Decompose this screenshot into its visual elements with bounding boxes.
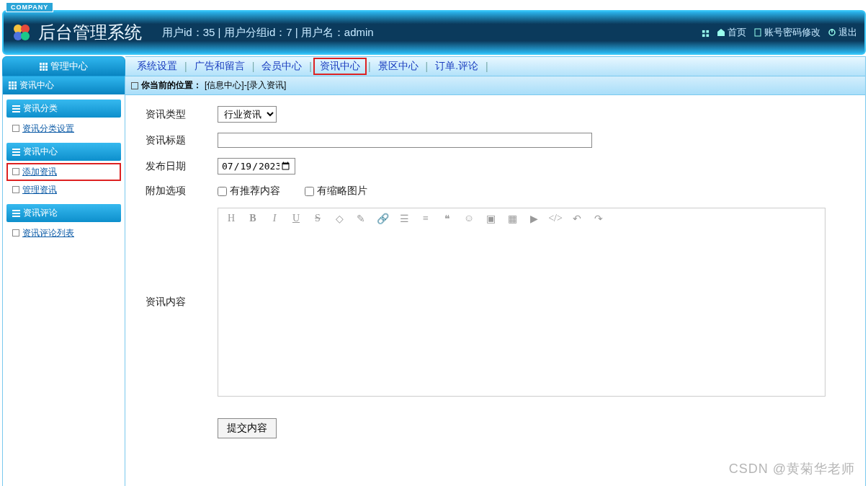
redo-icon[interactable]: ↷	[593, 213, 604, 224]
emoji-icon[interactable]: ☺	[463, 213, 475, 224]
date-input[interactable]	[218, 158, 295, 174]
quote-icon[interactable]: ❝	[442, 213, 453, 224]
align-icon[interactable]: ≡	[420, 213, 431, 224]
list-icon[interactable]: ☰	[398, 213, 410, 224]
svg-rect-8	[755, 29, 761, 36]
topnav-item-5[interactable]: 订单.评论	[429, 58, 484, 74]
list-icon	[12, 105, 20, 112]
underline-icon[interactable]: U	[290, 213, 302, 224]
doc-icon	[753, 28, 762, 37]
brush-icon[interactable]: ✎	[355, 213, 367, 224]
video-icon[interactable]: ▶	[528, 213, 540, 224]
sidebar-item-1-1[interactable]: 管理资讯	[6, 181, 121, 199]
topnav-item-4[interactable]: 景区中心	[372, 58, 424, 74]
content: 你当前的位置：[信息中心]-[录入资讯] 资讯类型 行业资讯 资讯标题 发布日期…	[125, 76, 866, 486]
sidebar-item-1-0[interactable]: 添加资讯	[6, 163, 121, 181]
svg-rect-7	[706, 34, 709, 37]
strike-icon[interactable]: S	[312, 213, 323, 224]
title-label: 资讯标题	[140, 128, 212, 153]
submit-button[interactable]: 提交内容	[218, 418, 277, 438]
extra-label: 附加选项	[140, 180, 212, 203]
home-icon	[717, 28, 725, 37]
sidebar-section-head: 资讯评论	[6, 204, 121, 222]
topnav-item-3[interactable]: 资讯中心	[313, 58, 367, 75]
home-link[interactable]: 首页	[717, 26, 746, 39]
content-label: 资讯内容	[140, 203, 212, 402]
logout-link[interactable]: 退出	[828, 26, 857, 39]
svg-point-3	[21, 32, 30, 40]
separator: |	[309, 61, 312, 72]
title-input[interactable]	[218, 133, 592, 148]
undo-icon[interactable]: ↶	[571, 213, 583, 224]
header: 后台管理系统 用户id：35 | 用户分组id：7 | 用户名：admin 首页…	[2, 10, 866, 55]
heading-icon[interactable]: H	[225, 213, 237, 224]
separator: |	[426, 61, 429, 72]
form-table: 资讯类型 行业资讯 资讯标题 发布日期 附加选项 有推荐内容 有缩略图片	[140, 101, 851, 443]
separator: |	[486, 61, 488, 72]
topnav-item-1[interactable]: 广告和留言	[189, 58, 251, 74]
list-icon	[12, 210, 20, 217]
topbar-left: 管理中心	[2, 56, 125, 76]
page-icon	[131, 82, 138, 89]
sidebar-item-2-0[interactable]: 资讯评论列表	[6, 224, 121, 242]
sidebar-item-0-0[interactable]: 资讯分类设置	[6, 120, 121, 138]
power-icon	[828, 28, 836, 37]
sidebar: 资讯中心 资讯分类资讯分类设置资讯中心添加资讯管理资讯资讯评论资讯评论列表	[2, 76, 125, 486]
grid-icon	[9, 81, 17, 89]
svg-rect-4	[702, 30, 705, 32]
date-label: 发布日期	[140, 153, 212, 180]
topnav-item-0[interactable]: 系统设置	[131, 58, 183, 74]
svg-rect-6	[702, 34, 705, 37]
type-select[interactable]: 行业资讯	[218, 106, 277, 123]
editor-toolbar: H B I U S ◇ ✎ 🔗 ☰ ≡ ❝ ☺	[218, 208, 825, 229]
editor-body[interactable]	[218, 229, 825, 396]
type-label: 资讯类型	[140, 101, 212, 128]
link-icon[interactable]: 🔗	[377, 213, 388, 224]
recommend-checkbox-label[interactable]: 有推荐内容	[218, 185, 280, 196]
topnav: 系统设置 | 广告和留言 | 会员中心 | 资讯中心 | 景区中心 | 订单.评…	[125, 56, 866, 76]
user-info: 用户id：35 | 用户分组id：7 | 用户名：admin	[162, 26, 374, 40]
company-tag: COMPANY	[6, 2, 53, 12]
grid-icon	[40, 63, 48, 71]
image-icon[interactable]: ▣	[485, 213, 496, 224]
sidebar-section-head: 资讯分类	[6, 100, 121, 118]
list-icon	[12, 149, 20, 156]
separator: |	[184, 61, 187, 72]
sidebar-section-head: 资讯中心	[6, 143, 121, 161]
separator: |	[368, 61, 371, 72]
sidebar-head: 资讯中心	[3, 76, 125, 94]
thumbnail-checkbox[interactable]	[305, 187, 314, 196]
topbar: 管理中心 系统设置 | 广告和留言 | 会员中心 | 资讯中心 | 景区中心 |…	[2, 56, 866, 76]
password-link[interactable]: 账号密码修改	[753, 26, 820, 39]
topnav-item-2[interactable]: 会员中心	[256, 58, 308, 74]
recommend-checkbox[interactable]	[218, 187, 227, 196]
thumbnail-checkbox-label[interactable]: 有缩略图片	[305, 185, 367, 196]
eraser-icon[interactable]: ◇	[334, 213, 345, 224]
code-icon[interactable]: </>	[550, 213, 561, 224]
separator: |	[252, 61, 255, 72]
rich-editor: H B I U S ◇ ✎ 🔗 ☰ ≡ ❝ ☺	[218, 208, 826, 397]
breadcrumb: 你当前的位置：[信息中心]-[录入资讯]	[125, 76, 865, 95]
logo-icon	[11, 22, 32, 43]
app-title: 后台管理系统	[38, 21, 142, 44]
apps-icon[interactable]	[702, 29, 710, 37]
table-icon[interactable]: ▦	[506, 213, 518, 224]
svg-rect-5	[706, 30, 709, 32]
italic-icon[interactable]: I	[269, 213, 280, 224]
bold-icon[interactable]: B	[247, 213, 259, 224]
